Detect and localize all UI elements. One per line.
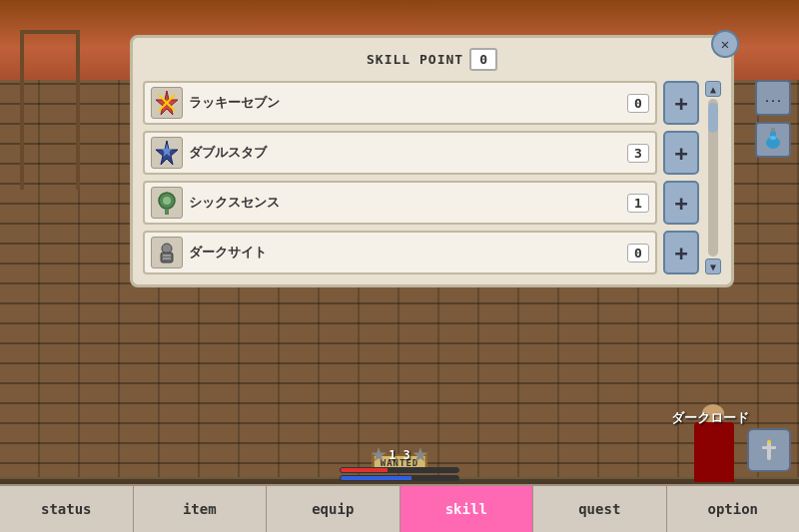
lucky-seven-icon	[151, 87, 183, 119]
add-double-stab-button[interactable]: +	[663, 131, 699, 175]
mp-bar	[340, 475, 459, 481]
star-icon-right	[412, 447, 428, 463]
skill-row: ダークサイト 0	[143, 231, 657, 274]
scroll-track	[708, 99, 718, 257]
add-sixth-sense-button[interactable]: +	[663, 181, 699, 225]
dark-sight-icon	[151, 237, 183, 268]
level-badge: 1 3	[371, 447, 428, 463]
chat-icon: ...	[764, 93, 782, 104]
skill-sixth-sense-level: 1	[627, 194, 649, 213]
skill-row: シックスセンス 1	[143, 181, 657, 225]
star-icon	[371, 447, 387, 463]
hp-fill	[341, 468, 388, 472]
close-button[interactable]: ✕	[711, 30, 739, 58]
level-number: 1 3	[389, 448, 410, 462]
skill-double-stab-name: ダブルスタブ	[189, 144, 621, 162]
skill-list: ラッキーセブン 0 ダブルスタブ 3	[143, 81, 657, 274]
double-stab-icon	[151, 137, 183, 169]
skill-dark-sight-name: ダークサイト	[189, 244, 621, 262]
tab-item[interactable]: item	[134, 486, 268, 532]
svg-point-15	[770, 136, 776, 140]
skill-lucky-seven-name: ラッキーセブン	[189, 94, 621, 112]
svg-rect-17	[762, 446, 776, 449]
right-ui-panel: ...	[755, 80, 791, 158]
chat-button[interactable]: ...	[755, 80, 791, 116]
add-lucky-seven-button[interactable]: +	[663, 81, 699, 125]
skill-point-label: SKILL POINT	[367, 52, 463, 67]
scaffold	[20, 30, 80, 190]
char-body	[694, 422, 734, 482]
level-area: 1 3	[340, 447, 459, 482]
skill-dark-sight-level: 0	[627, 244, 649, 263]
svg-rect-7	[165, 209, 169, 215]
skill-panel: SKILL POINT 0 ✕ ラッキーセブン 0	[130, 35, 734, 287]
skill-sixth-sense-name: シックスセンス	[189, 194, 621, 212]
plus-buttons-column: + + + +	[663, 81, 699, 274]
potion-icon	[764, 127, 782, 153]
sixth-sense-icon	[151, 187, 183, 219]
scroll-up-button[interactable]: ▲	[705, 81, 721, 97]
tab-status[interactable]: status	[0, 486, 134, 532]
tab-equip[interactable]: equip	[267, 486, 400, 532]
scroll-thumb[interactable]	[708, 103, 718, 133]
char-name-label: ダークロード	[671, 409, 749, 427]
action-button[interactable]	[747, 428, 791, 472]
skill-lucky-seven-level: 0	[627, 94, 649, 113]
skill-row: ダブルスタブ 3	[143, 131, 657, 175]
nav-bar: status item equip skill quest option	[0, 484, 799, 532]
skill-double-stab-level: 3	[627, 144, 649, 163]
tab-quest[interactable]: quest	[533, 486, 667, 532]
skill-point-value: 0	[469, 48, 497, 71]
hp-bar	[340, 467, 459, 473]
skill-row: ラッキーセブン 0	[143, 81, 657, 125]
svg-rect-9	[161, 253, 173, 263]
scrollbar: ▲ ▼	[705, 81, 721, 274]
mp-fill	[341, 476, 411, 480]
potion-button[interactable]	[755, 122, 791, 158]
svg-point-6	[163, 197, 171, 205]
skill-list-area: ラッキーセブン 0 ダブルスタブ 3	[143, 81, 721, 274]
panel-header: SKILL POINT 0 ✕	[143, 48, 721, 71]
scroll-down-button[interactable]: ▼	[705, 259, 721, 274]
tab-skill[interactable]: skill	[400, 486, 534, 532]
add-dark-sight-button[interactable]: +	[663, 231, 699, 274]
tab-option[interactable]: option	[667, 486, 800, 532]
